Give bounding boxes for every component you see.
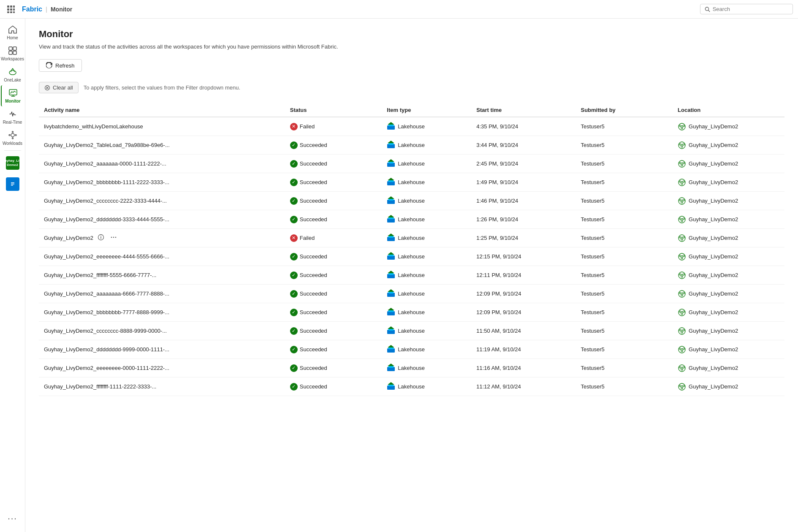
sidebar-item-workspace-guyhay[interactable]: Guyhay_Livy Demo2 xyxy=(1,152,24,174)
submitted-by-cell: Testuser5 xyxy=(575,340,673,359)
status-text: Succeeded xyxy=(300,383,327,390)
svg-rect-28 xyxy=(11,185,13,186)
sidebar-item-home[interactable]: Home xyxy=(1,22,24,43)
search-box[interactable] xyxy=(700,4,793,14)
table-row: Guyhay_LivyDemo2_eeeeeeee-0000-1111-2222… xyxy=(39,359,784,377)
info-button[interactable] xyxy=(96,233,106,243)
sidebar-item-workspaces[interactable]: Workspaces xyxy=(1,43,24,64)
brand-fabric[interactable]: Fabric xyxy=(22,5,42,13)
lakehouse-icon xyxy=(387,196,395,206)
refresh-button[interactable]: Refresh xyxy=(39,59,82,72)
item-type-label: Lakehouse xyxy=(398,309,425,315)
svg-marker-64 xyxy=(388,178,394,180)
sidebar-onelake-label: OneLake xyxy=(4,78,21,83)
item-type-cell: Lakehouse xyxy=(382,173,471,192)
svg-rect-13 xyxy=(9,51,12,54)
table-row: Guyhay_LivyDemo2_dddddddd-3333-4444-5555… xyxy=(39,210,784,229)
sidebar-item-onelake[interactable]: OneLake xyxy=(1,64,24,85)
table-row: Guyhay_LivyDemo2_cccccccc-8888-9999-0000… xyxy=(39,322,784,340)
sidebar-item-monitor[interactable]: Monitor xyxy=(1,85,24,106)
activity-name: Guyhay_LivyDemo2_eeeeeeee-0000-1111-2222… xyxy=(39,359,285,377)
svg-point-22 xyxy=(12,138,13,139)
item-type-cell: Lakehouse xyxy=(382,303,471,322)
succeeded-icon: ✓ xyxy=(290,141,298,149)
status-text: Failed xyxy=(300,123,315,130)
lakehouse-icon xyxy=(387,159,395,168)
workspaces-icon xyxy=(8,46,18,56)
sidebar-item-workloads[interactable]: Workloads xyxy=(1,128,24,149)
sidebar-more-button[interactable]: ··· xyxy=(1,508,24,529)
item-type-cell: Lakehouse xyxy=(382,340,471,359)
submitted-by-cell: Testuser5 xyxy=(575,210,673,229)
svg-point-96 xyxy=(113,237,114,238)
location-workspace-icon xyxy=(678,327,686,335)
sidebar-home-label: Home xyxy=(7,35,18,41)
location-label: Guyhay_LivyDemo2 xyxy=(689,142,738,148)
svg-point-97 xyxy=(115,237,117,238)
activity-name: Guyhay_LivyDemo2_aaaaaaaa-6666-7777-8888… xyxy=(39,285,285,303)
location-cell: Guyhay_LivyDemo2 xyxy=(673,136,784,155)
svg-marker-84 xyxy=(388,215,394,217)
activity-name: livybatchdemo_withLivyDemoLakehouse xyxy=(39,117,285,136)
svg-line-10 xyxy=(708,10,710,11)
home-icon xyxy=(8,24,18,35)
status-cell: ✓Succeeded xyxy=(285,192,382,210)
location-workspace-icon xyxy=(678,141,686,149)
location-cell: Guyhay_LivyDemo2 xyxy=(673,173,784,192)
item-type-label: Lakehouse xyxy=(398,383,425,390)
table-row: Guyhay_LivyDemo2_aaaaaaaa-6666-7777-8888… xyxy=(39,285,784,303)
brand-monitor: Monitor xyxy=(51,6,72,13)
status-text: Succeeded xyxy=(300,328,327,334)
lakehouse-icon xyxy=(387,382,395,391)
status-cell: ✓Succeeded xyxy=(285,285,382,303)
submitted-by-cell: Testuser5 xyxy=(575,136,673,155)
svg-point-24 xyxy=(15,135,16,136)
status-cell: ✓Succeeded xyxy=(285,173,382,192)
apps-grid-button[interactable] xyxy=(5,3,17,15)
activity-name: Guyhay_LivyDemo2_cccccccc-2222-3333-4444… xyxy=(39,192,285,210)
clear-all-button[interactable]: Clear all xyxy=(39,82,79,93)
sidebar-item-file-guyhay[interactable] xyxy=(1,174,24,195)
location-label: Guyhay_LivyDemo2 xyxy=(689,290,738,297)
start-time-cell: 12:09 PM, 9/10/24 xyxy=(471,303,575,322)
item-type-label: Lakehouse xyxy=(398,272,425,278)
search-input[interactable] xyxy=(713,6,788,12)
status-cell: ✓Succeeded xyxy=(285,155,382,173)
submitted-by-cell: Testuser5 xyxy=(575,303,673,322)
more-actions-button[interactable] xyxy=(109,233,119,243)
item-type-label: Lakehouse xyxy=(398,123,425,130)
status-text: Succeeded xyxy=(300,253,327,260)
item-type-label: Lakehouse xyxy=(398,216,425,223)
sidebar-realtime-label: Real-Time xyxy=(3,120,22,125)
location-cell: Guyhay_LivyDemo2 xyxy=(673,285,784,303)
start-time-cell: 1:46 PM, 9/10/24 xyxy=(471,192,575,210)
svg-marker-100 xyxy=(388,233,394,236)
failed-icon: ✕ xyxy=(290,234,298,242)
svg-marker-130 xyxy=(388,289,394,292)
lakehouse-icon xyxy=(387,326,395,336)
location-label: Guyhay_LivyDemo2 xyxy=(689,123,738,130)
table-row: Guyhay_LivyDemo2_cccccccc-2222-3333-4444… xyxy=(39,192,784,210)
start-time-cell: 1:25 PM, 9/10/24 xyxy=(471,229,575,247)
succeeded-icon: ✓ xyxy=(290,253,298,261)
status-cell: ✓Succeeded xyxy=(285,322,382,340)
item-type-label: Lakehouse xyxy=(398,179,425,185)
location-workspace-icon xyxy=(678,252,686,261)
location-label: Guyhay_LivyDemo2 xyxy=(689,216,738,223)
location-label: Guyhay_LivyDemo2 xyxy=(689,198,738,204)
location-cell: Guyhay_LivyDemo2 xyxy=(673,192,784,210)
table-row: Guyhay_LivyDemo2_aaaaaaa-0000-1111-2222-… xyxy=(39,155,784,173)
location-cell: Guyhay_LivyDemo2 xyxy=(673,155,784,173)
lakehouse-icon xyxy=(387,122,395,131)
col-header-itemtype: Item type xyxy=(382,103,471,117)
sidebar-item-realtime[interactable]: Real-Time xyxy=(1,106,24,128)
more-icon: ··· xyxy=(8,513,18,523)
submitted-by-cell: Testuser5 xyxy=(575,117,673,136)
monitor-icon xyxy=(8,88,18,98)
succeeded-icon: ✓ xyxy=(290,364,298,372)
activity-name: Guyhay_LivyDemo2_ffffffff-5555-6666-7777… xyxy=(39,266,285,285)
refresh-icon xyxy=(46,62,53,69)
svg-marker-34 xyxy=(388,122,394,125)
svg-point-20 xyxy=(11,133,14,137)
location-label: Guyhay_LivyDemo2 xyxy=(689,253,738,260)
